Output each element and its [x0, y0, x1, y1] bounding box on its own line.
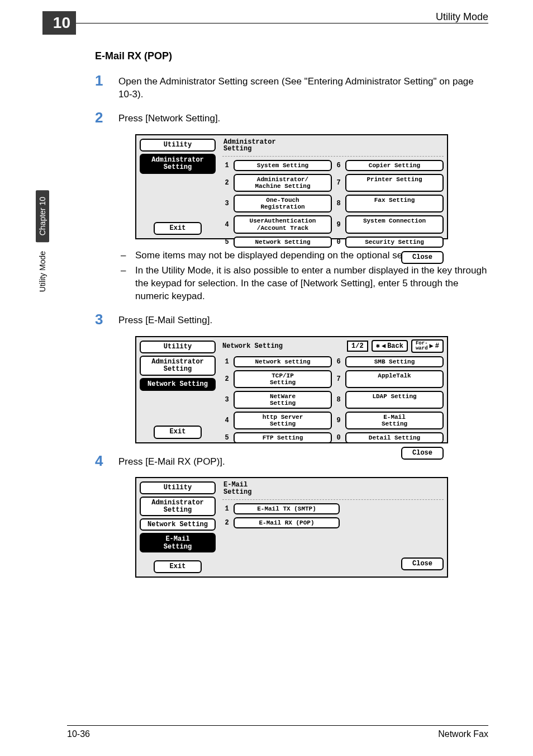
exit-button[interactable]: Exit [154, 560, 202, 573]
page-indicator: 1/2 [347, 341, 368, 352]
system-connection-button[interactable]: System Connection [345, 215, 444, 233]
step-2: 2 Press [Network Setting]. [95, 110, 488, 125]
network-setting-side-button[interactable]: Network Setting [140, 378, 216, 391]
admin-machine-button[interactable]: Administrator/ Machine Setting [234, 174, 332, 192]
page: 10 Utility Mode Chapter 10 Utility Mode … [0, 0, 533, 756]
netware-item[interactable]: NetWare Setting [234, 391, 332, 409]
step-text: Press [E-Mail RX (POP)]. [118, 453, 225, 469]
admin-setting-button[interactable]: Administrator Setting [140, 154, 216, 174]
utility-button[interactable]: Utility [140, 481, 216, 494]
side-tab: Chapter 10 Utility Mode [35, 190, 50, 380]
item-num: 4 [222, 412, 231, 429]
panel-title: Administrator Setting [222, 138, 444, 157]
item-num: 8 [334, 195, 343, 212]
network-setting-side-button[interactable]: Network Setting [140, 518, 216, 531]
chapter-number-tab: 10 [42, 11, 76, 35]
step-number: 4 [95, 453, 118, 469]
panel-topbar: Network Setting 1/2 ✱ ◀ Back For- ward ▶… [222, 339, 444, 353]
email-setting-item[interactable]: E-Mail Setting [345, 412, 444, 429]
content-area: E-Mail RX (POP) 1 Open the Administrator… [95, 50, 488, 588]
note-item: – In the Utility Mode, it is also possib… [121, 264, 488, 303]
step-3: 3 Press [E-Mail Setting]. [95, 312, 488, 327]
item-num: 6 [334, 160, 343, 171]
panel-side: Utility Administrator Setting Network Se… [136, 337, 219, 442]
item-num: 0 [334, 237, 343, 248]
note-text: In the Utility Mode, it is also possible… [135, 264, 488, 303]
panel-title: E-Mail Setting [222, 480, 444, 499]
close-button[interactable]: Close [401, 557, 444, 570]
admin-setting-panel: Utility Administrator Setting Exit Admin… [135, 134, 448, 239]
item-num: 4 [222, 215, 231, 233]
appletalk-item[interactable]: AppleTalk [345, 370, 444, 388]
dash-icon: – [121, 249, 135, 262]
hash-icon: # [435, 342, 439, 350]
email-tx-smtp-button[interactable]: E-Mail TX (SMTP) [234, 503, 340, 514]
user-auth-button[interactable]: UserAuthentication /Account Track [234, 215, 332, 233]
footer-rule [67, 725, 488, 726]
side-tab-mode: Utility Mode [36, 244, 49, 299]
forward-label: For- ward [416, 341, 428, 351]
star-icon: ✱ [376, 342, 380, 350]
step-1: 1 Open the Administrator Setting screen … [95, 73, 488, 101]
exit-button[interactable]: Exit [154, 426, 202, 438]
footer-page-number: 10-36 [67, 729, 90, 739]
email-setting-side-button[interactable]: E-Mail Setting [140, 533, 216, 552]
item-num: 0 [334, 432, 343, 443]
item-num: 9 [334, 215, 343, 233]
panel-title: Network Setting [222, 342, 344, 350]
copier-setting-button[interactable]: Copier Setting [345, 160, 444, 171]
item-num: 3 [222, 195, 231, 212]
panel-1-wrap: Utility Administrator Setting Exit Admin… [95, 134, 488, 239]
item-num: 9 [334, 412, 343, 429]
item-num: 2 [222, 174, 231, 192]
security-setting-button[interactable]: Security Setting [345, 237, 444, 248]
printer-setting-button[interactable]: Printer Setting [345, 174, 444, 192]
tcpip-setting-item[interactable]: TCP/IP Setting [234, 370, 332, 388]
footer-doc-title: Network Fax [438, 729, 488, 739]
http-server-item[interactable]: http Server Setting [234, 412, 332, 429]
back-button[interactable]: ✱ ◀ Back [372, 340, 408, 352]
forward-button[interactable]: For- ward ▶ # [411, 339, 444, 353]
one-touch-button[interactable]: One-Touch Registration [234, 195, 332, 212]
ldap-setting-item[interactable]: LDAP Setting [345, 391, 444, 409]
step-text: Press [Network Setting]. [118, 110, 220, 125]
network-setting-button[interactable]: Network Setting [234, 237, 332, 248]
utility-button[interactable]: Utility [140, 341, 216, 353]
detail-setting-item[interactable]: Detail Setting [345, 432, 444, 443]
menu-grid: 1 E-Mail TX (SMTP) 2 E-Mail RX (POP) [222, 503, 340, 528]
item-num: 2 [222, 517, 231, 528]
item-num: 5 [222, 432, 231, 443]
header-title: Utility Mode [436, 11, 488, 23]
section-heading: E-Mail RX (POP) [95, 50, 488, 62]
admin-setting-button[interactable]: Administrator Setting [140, 497, 216, 516]
panel-side: Utility Administrator Setting Exit [136, 135, 219, 238]
dash-icon: – [121, 264, 135, 303]
panel-main: Administrator Setting 1 System Setting 6… [219, 135, 447, 238]
fax-setting-button[interactable]: Fax Setting [345, 195, 444, 212]
item-num: 1 [222, 160, 231, 171]
item-num: 7 [334, 174, 343, 192]
panel-side: Utility Administrator Setting Network Se… [136, 478, 219, 577]
item-num: 7 [334, 370, 343, 388]
smb-setting-item[interactable]: SMB Setting [345, 356, 444, 367]
item-num: 3 [222, 391, 231, 409]
step-text: Open the Administrator Setting screen (S… [118, 73, 488, 101]
ftp-setting-item[interactable]: FTP Setting [234, 432, 332, 443]
network-setting-item[interactable]: Network setting [234, 356, 332, 367]
exit-button[interactable]: Exit [154, 222, 202, 235]
close-button[interactable]: Close [401, 251, 444, 264]
panel-main: E-Mail Setting 1 E-Mail TX (SMTP) 2 E-Ma… [219, 478, 447, 577]
item-num: 2 [222, 370, 231, 388]
menu-grid: 1 Network setting 6 SMB Setting 2 TCP/IP… [222, 356, 444, 444]
utility-button[interactable]: Utility [140, 139, 216, 152]
step-number: 3 [95, 312, 118, 327]
back-label: Back [387, 342, 403, 350]
side-tab-chapter: Chapter 10 [36, 190, 49, 242]
close-button[interactable]: Close [401, 447, 444, 460]
panel-3-wrap: Utility Administrator Setting Network Se… [95, 477, 488, 578]
admin-setting-button[interactable]: Administrator Setting [140, 356, 216, 376]
item-num: 5 [222, 237, 231, 248]
system-setting-button[interactable]: System Setting [234, 160, 332, 171]
email-rx-pop-button[interactable]: E-Mail RX (POP) [234, 517, 340, 528]
item-num: 6 [334, 356, 343, 367]
